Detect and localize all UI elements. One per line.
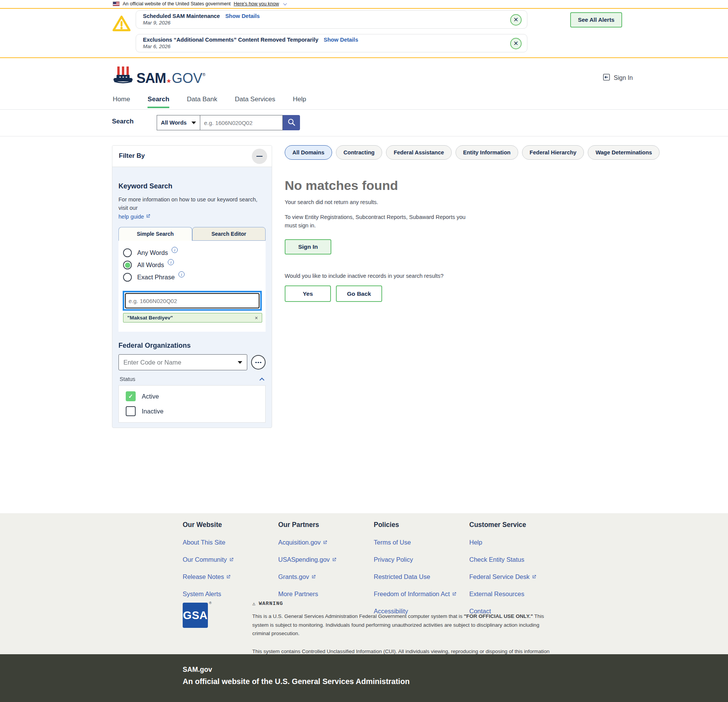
search-mode-value: All Words [161,120,186,126]
login-icon [603,73,610,83]
external-link-icon [226,574,231,579]
footer-link[interactable]: More Partners [278,590,370,598]
federal-org-select[interactable]: Enter Code or Name [118,354,247,370]
status-label: Status [120,376,135,382]
footer-link[interactable]: Release Notes [183,573,274,580]
tab-simple-search[interactable]: Simple Search [118,227,192,241]
footer-heading: Customer Service [469,521,561,529]
footer-column-our-partners: Our Partners Acquisition.gov USASpending… [278,521,370,598]
search-mode-select[interactable]: All Words [157,115,200,130]
tab-search-editor[interactable]: Search Editor [192,227,266,241]
svg-text:★ ★ ★: ★ ★ ★ [119,76,128,78]
footer-link[interactable]: Terms of Use [374,539,465,546]
alert-date: Mar 6, 2026 [143,44,504,49]
footer-link[interactable]: System Alerts [183,590,274,598]
external-link-icon [332,557,337,562]
see-all-alerts-button[interactable]: See All Alerts [570,12,622,28]
warning-heading: WARNING [259,601,283,606]
footer-link[interactable]: Help [469,539,561,546]
keyword-search-input[interactable] [125,293,259,308]
ellipsis-icon[interactable] [251,355,266,370]
radio-all-words[interactable] [123,261,132,269]
footer-link[interactable]: USASpending.gov [278,556,370,563]
keyword-search-title: Keyword Search [118,182,266,190]
footer-link[interactable]: Restricted Data Use [374,573,465,580]
gov-banner: An official website of the United States… [0,0,728,9]
search-submit-button[interactable] [283,115,300,130]
dark-footer: SAM.gov An official website of the U.S. … [0,654,728,702]
checkbox-active[interactable]: ✓ [126,391,136,401]
show-details-link[interactable]: Show Details [324,37,358,43]
domain-pill[interactable]: Federal Hierarchy [522,145,584,160]
federal-organizations-title: Federal Organizations [118,342,266,350]
footer-heading: Our Partners [278,521,370,529]
footer-link[interactable]: About This Site [183,539,274,546]
signin-required-message: To view Entity Registrations, Subcontrac… [285,213,478,230]
global-search-input[interactable] [200,115,283,130]
footer-heading: Policies [374,521,465,529]
sign-in-label: Sign In [614,75,633,81]
nav-item[interactable]: Data Services [235,96,275,108]
external-link-icon [229,557,234,562]
footer-link[interactable]: Grants.gov [278,573,370,580]
external-link-icon [311,574,316,579]
info-icon[interactable]: i [178,271,185,277]
logo-gov-text: GOV [172,70,202,86]
nav-item[interactable]: Help [293,96,306,108]
collapse-filter-button[interactable] [252,149,267,164]
site-header: ★ ★ ★ SAM ★ GOV ® Sign In [0,58,728,96]
chip-close-icon[interactable]: × [255,315,258,321]
nav-item[interactable]: Search [148,96,169,108]
gsa-logo: GSA [183,603,208,628]
domain-pill[interactable]: Wage Determinations [588,145,660,160]
main-content: Filter By Keyword Search For more inform… [0,137,728,513]
alert-title: Scheduled SAM Maintenance [143,13,220,19]
site-footer: Our Website About This Site Our Communit… [0,513,728,654]
search-icon [287,118,296,128]
simple-search-panel: Any Words i All Words i Exact Phrase i [118,241,266,332]
gsa-registered-mark: ® [209,601,212,605]
checkbox-label: Active [142,393,159,400]
yes-button[interactable]: Yes [285,285,331,302]
radio-exact-phrase[interactable] [123,273,132,282]
footer-link[interactable]: Federal Service Desk [469,573,561,580]
external-link-icon [323,540,328,545]
chevron-down-icon [283,2,287,5]
footer-link[interactable]: Privacy Policy [374,556,465,563]
filter-panel: Filter By Keyword Search For more inform… [112,145,272,428]
domain-pill[interactable]: Federal Assistance [386,145,452,160]
domain-pill[interactable]: All Domains [285,145,332,160]
nav-item[interactable]: Data Bank [187,96,217,108]
show-details-link[interactable]: Show Details [225,13,259,19]
us-flag-icon [113,2,120,6]
footer-link[interactable]: Acquisition.gov [278,539,370,546]
sign-in-link[interactable]: Sign In [603,73,633,83]
warning-triangle-icon [112,14,131,35]
sam-gov-logo[interactable]: ★ ★ ★ SAM ★ GOV ® [112,65,206,86]
chip-label: "Maksat Berdiyev" [127,315,173,321]
radio-any-words[interactable] [123,248,132,257]
info-icon[interactable]: i [168,259,174,265]
domain-pill[interactable]: Entity Information [456,145,518,160]
close-icon[interactable]: ✕ [510,38,522,49]
federal-org-placeholder: Enter Code or Name [123,359,181,366]
status-options-box: ✓ Active Inactive [118,385,266,423]
how-you-know-link[interactable]: Here's how you know [234,1,279,6]
help-guide-link[interactable]: help guide [118,214,144,220]
alert-date: Mar 9, 2026 [143,20,504,26]
footer-link[interactable]: External Resources [469,590,561,598]
nav-item[interactable]: Home [113,96,130,108]
footer-link[interactable]: Freedom of Information Act [374,590,465,598]
alert-maintenance: Scheduled SAM Maintenance Show Details M… [136,10,527,29]
close-icon[interactable]: ✕ [510,14,522,26]
footer-link[interactable]: Our Community [183,556,274,563]
footer-link[interactable]: Check Entity Status [469,556,561,563]
info-icon[interactable]: i [172,247,178,253]
footer-heading: Our Website [183,521,274,529]
go-back-button[interactable]: Go Back [336,285,382,302]
checkbox-inactive[interactable] [126,406,136,416]
sign-in-button[interactable]: Sign In [285,239,331,255]
chevron-up-icon[interactable] [259,378,264,383]
logo-registered-mark: ® [202,72,205,77]
domain-pill[interactable]: Contracting [336,145,382,160]
